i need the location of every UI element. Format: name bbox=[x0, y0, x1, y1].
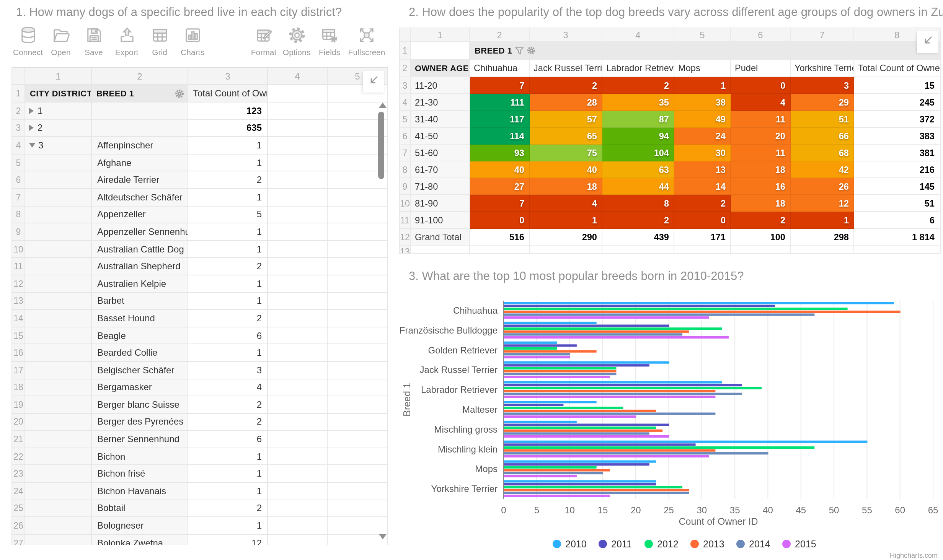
heatmap-cell[interactable]: 29 bbox=[791, 94, 854, 111]
breed-cell[interactable]: Appenzeller Sennenhund bbox=[92, 223, 188, 241]
bar-2012[interactable] bbox=[504, 367, 616, 370]
value-cell[interactable]: 2 bbox=[188, 258, 268, 275]
bar-2014[interactable] bbox=[504, 432, 649, 435]
expand-triangle-icon[interactable] bbox=[29, 108, 34, 114]
member-cell[interactable] bbox=[25, 379, 92, 396]
member-cell[interactable] bbox=[25, 258, 92, 275]
breed-cell[interactable]: Altdeutscher Schäfer bbox=[92, 189, 188, 206]
heatmap-cell[interactable]: 30 bbox=[674, 145, 731, 161]
grid2-collapse-button[interactable] bbox=[917, 31, 938, 53]
bar-2015[interactable] bbox=[504, 475, 577, 477]
heatmap-cell[interactable]: 0 bbox=[731, 77, 791, 94]
heatmap-cell[interactable]: 51 bbox=[791, 111, 854, 128]
breed-cell[interactable]: Bolonka Zwetna bbox=[92, 535, 188, 545]
breed-cell[interactable]: Airedale Terrier bbox=[92, 172, 188, 189]
heatmap-cell[interactable]: 65 bbox=[530, 128, 602, 145]
bar-2015[interactable] bbox=[504, 316, 709, 319]
bar-2014[interactable] bbox=[504, 353, 570, 355]
value-cell[interactable]: 5 bbox=[188, 206, 268, 223]
legend-item-2010[interactable]: 2010 bbox=[553, 539, 587, 549]
bar-2014[interactable] bbox=[504, 373, 616, 375]
heatmap-cell[interactable]: 14 bbox=[674, 178, 731, 195]
value-cell[interactable]: 1 bbox=[188, 518, 268, 535]
member-cell[interactable] bbox=[25, 293, 92, 310]
value-cell[interactable]: 123 bbox=[188, 103, 268, 120]
bar-2013[interactable] bbox=[504, 370, 616, 372]
value-cell[interactable]: 1 bbox=[188, 137, 268, 154]
grand-total-cell[interactable]: 298 bbox=[791, 229, 854, 246]
heatmap-cell[interactable]: 11 bbox=[731, 111, 791, 128]
grand-total-cell[interactable]: 516 bbox=[470, 229, 530, 246]
heatmap-cell[interactable]: 28 bbox=[530, 94, 602, 111]
value-cell[interactable]: 1 bbox=[188, 466, 268, 483]
row-total-cell[interactable]: 383 bbox=[854, 128, 941, 145]
value-cell[interactable]: 1 bbox=[188, 223, 268, 241]
field-owner-age[interactable]: OWNER AGE bbox=[411, 60, 470, 77]
value-cell[interactable]: 1 bbox=[188, 483, 268, 500]
value-cell[interactable]: 1 bbox=[188, 155, 268, 172]
bar-2011[interactable] bbox=[504, 364, 649, 366]
heatmap-cell[interactable]: 7 bbox=[470, 77, 530, 94]
breed-cell[interactable] bbox=[92, 103, 188, 120]
bar-2013[interactable] bbox=[504, 350, 597, 353]
bar-2012[interactable] bbox=[504, 327, 722, 330]
breed-cell[interactable]: Berger blanc Suisse bbox=[92, 396, 188, 413]
bar-2015[interactable] bbox=[504, 356, 570, 358]
row-total-cell[interactable]: 216 bbox=[854, 161, 941, 178]
value-cell[interactable]: 2 bbox=[188, 396, 268, 413]
bar-2011[interactable] bbox=[504, 424, 669, 426]
heatmap-cell[interactable]: 104 bbox=[602, 145, 674, 161]
heatmap-cell[interactable]: 38 bbox=[674, 94, 731, 111]
toolbar-fields-button[interactable]: Fields bbox=[313, 25, 346, 57]
row-total-cell[interactable]: 6 bbox=[854, 212, 941, 229]
heatmap-cell[interactable]: 18 bbox=[731, 161, 791, 178]
heatmap-cell[interactable]: 27 bbox=[470, 178, 530, 195]
breed-cell[interactable]: Bologneser bbox=[92, 518, 188, 535]
breed-cell[interactable]: Bearded Collie bbox=[92, 345, 188, 362]
grid1-collapse-button[interactable] bbox=[363, 71, 384, 93]
heatmap-cell[interactable]: 2 bbox=[602, 77, 674, 94]
breed-cell[interactable]: Australian Cattle Dog bbox=[92, 241, 188, 258]
legend-item-2012[interactable]: 2012 bbox=[644, 539, 679, 549]
bar-2012[interactable] bbox=[504, 308, 848, 310]
breed-cell[interactable]: Bichon Havanais bbox=[92, 483, 188, 500]
member-cell[interactable] bbox=[25, 275, 92, 293]
member-cell[interactable] bbox=[25, 241, 92, 258]
grand-total-cell[interactable]: 100 bbox=[731, 229, 791, 246]
member-cell[interactable] bbox=[25, 189, 92, 206]
bar-2015[interactable] bbox=[504, 376, 610, 378]
heatmap-cell[interactable]: 1 bbox=[791, 212, 854, 229]
bar-2011[interactable] bbox=[504, 325, 669, 327]
member-cell[interactable] bbox=[25, 466, 92, 483]
member-cell[interactable]: 3 bbox=[25, 137, 92, 154]
member-cell[interactable] bbox=[25, 483, 92, 500]
bar-2010[interactable] bbox=[504, 381, 722, 383]
breed-cell[interactable]: Basset Hound bbox=[92, 310, 188, 327]
bar-2013[interactable] bbox=[504, 410, 656, 412]
heatmap-cell[interactable]: 7 bbox=[470, 195, 530, 212]
heatmap-cell[interactable]: 24 bbox=[674, 128, 731, 145]
legend-item-2013[interactable]: 2013 bbox=[690, 539, 724, 549]
breed-cell[interactable]: Berger des Pyrenées bbox=[92, 413, 188, 431]
heatmap-cell[interactable]: 42 bbox=[791, 161, 854, 178]
value-cell[interactable]: 3 bbox=[188, 362, 268, 379]
grand-total-cell[interactable]: 439 bbox=[602, 229, 674, 246]
bar-2014[interactable] bbox=[504, 314, 814, 316]
bar-2014[interactable] bbox=[504, 492, 689, 494]
value-cell[interactable]: 1 bbox=[188, 293, 268, 310]
breed-cell[interactable]: Bobtail bbox=[92, 500, 188, 517]
value-cell[interactable]: 4 bbox=[188, 379, 268, 396]
bar-2011[interactable] bbox=[504, 404, 563, 406]
heatmap-cell[interactable]: 3 bbox=[791, 77, 854, 94]
bar-2012[interactable] bbox=[504, 387, 762, 389]
row-total-cell[interactable]: 372 bbox=[854, 111, 941, 128]
value-cell[interactable]: 2 bbox=[188, 172, 268, 189]
value-cell[interactable]: 1 bbox=[188, 189, 268, 206]
value-cell[interactable]: 2 bbox=[188, 500, 268, 517]
member-cell[interactable] bbox=[25, 431, 92, 448]
grand-total-cell[interactable]: 290 bbox=[530, 229, 602, 246]
bar-2014[interactable] bbox=[504, 393, 742, 395]
heatmap-cell[interactable]: 2 bbox=[674, 195, 731, 212]
value-cell[interactable]: 6 bbox=[188, 327, 268, 344]
breed-cell[interactable]: Bichon frisé bbox=[92, 466, 188, 483]
